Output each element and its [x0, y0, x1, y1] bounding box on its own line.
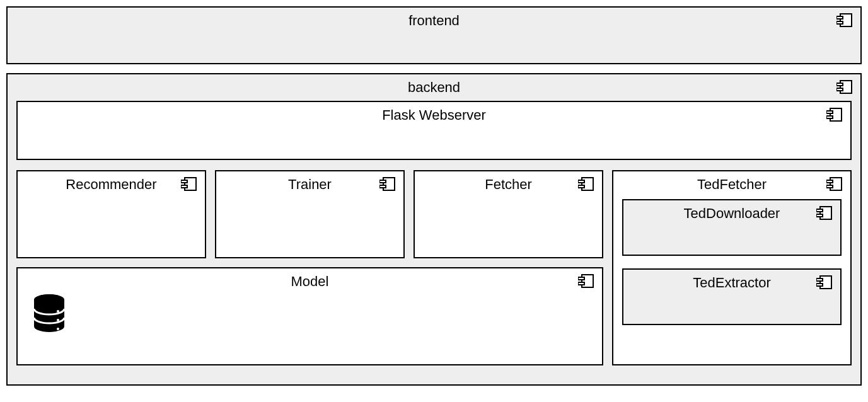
svg-rect-20 [578, 282, 584, 285]
flask-webserver-component: Flask Webserver [16, 101, 852, 160]
model-component: Model [16, 267, 603, 365]
component-icon [578, 176, 594, 192]
svg-rect-2 [836, 21, 843, 24]
svg-rect-1 [836, 16, 843, 19]
svg-rect-31 [816, 214, 823, 217]
svg-rect-19 [578, 277, 584, 280]
svg-rect-5 [836, 88, 843, 91]
component-icon [836, 79, 853, 95]
svg-rect-17 [578, 185, 584, 188]
frontend-label: frontend [8, 8, 860, 32]
component-icon [181, 176, 197, 192]
trainer-label: Trainer [216, 171, 403, 195]
recommender-component: Recommender [16, 170, 206, 258]
tedfetcher-label: TedFetcher [613, 171, 850, 195]
recommender-label: Recommender [18, 171, 205, 195]
svg-point-25 [57, 328, 59, 330]
teddownloader-label: TedDownloader [623, 200, 840, 224]
svg-rect-28 [826, 185, 833, 188]
tedextractor-component: TedExtractor [622, 268, 842, 325]
flask-label: Flask Webserver [18, 102, 850, 126]
component-icon [816, 275, 833, 290]
trainer-component: Trainer [215, 170, 405, 258]
svg-rect-13 [379, 180, 386, 183]
svg-rect-7 [826, 111, 833, 113]
svg-rect-8 [826, 116, 833, 118]
tedfetcher-component: TedFetcher TedDownloader TedExtractor [612, 170, 852, 365]
svg-rect-11 [181, 185, 187, 188]
svg-rect-10 [181, 180, 187, 183]
backend-label: backend [8, 74, 860, 98]
frontend-component: frontend [6, 6, 862, 64]
model-label: Model [18, 268, 602, 292]
tedextractor-label: TedExtractor [623, 270, 840, 294]
component-icon [379, 176, 396, 192]
fetcher-label: Fetcher [415, 171, 602, 195]
svg-rect-4 [836, 83, 843, 86]
fetcher-component: Fetcher [414, 170, 603, 258]
svg-rect-27 [826, 180, 833, 183]
svg-rect-16 [578, 180, 584, 183]
svg-point-24 [57, 319, 59, 321]
svg-rect-33 [816, 279, 823, 281]
database-icon [32, 294, 67, 342]
svg-rect-34 [816, 284, 823, 286]
component-icon [836, 13, 853, 28]
backend-component: backend Flask Webserver Recommender [6, 73, 862, 386]
component-icon [826, 176, 843, 192]
component-icon [816, 205, 833, 221]
svg-rect-30 [816, 209, 823, 212]
svg-point-23 [57, 310, 59, 313]
svg-rect-14 [379, 185, 386, 188]
component-icon [826, 107, 843, 122]
component-icon [578, 273, 594, 289]
svg-point-22 [34, 294, 64, 306]
teddownloader-component: TedDownloader [622, 199, 842, 256]
